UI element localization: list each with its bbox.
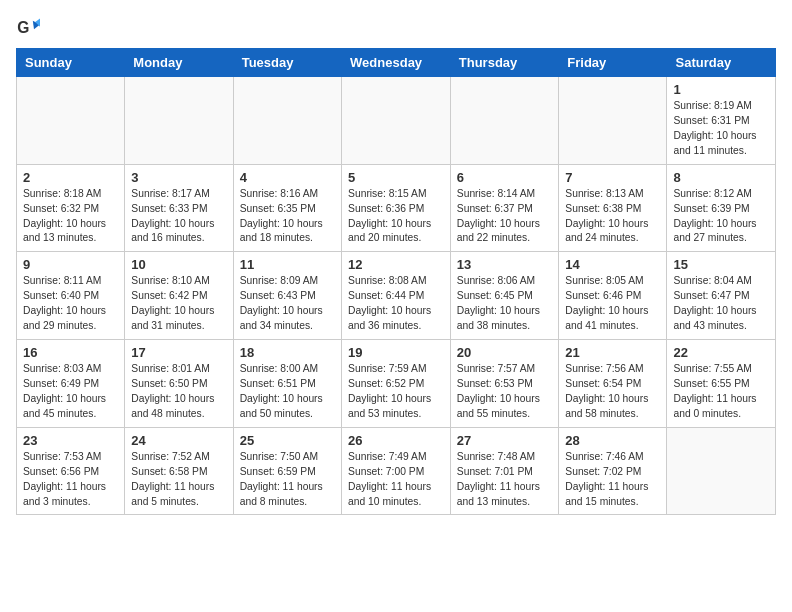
day-number: 10 [131,257,226,272]
day-info: Sunrise: 8:00 AM Sunset: 6:51 PM Dayligh… [240,362,335,422]
day-number: 6 [457,170,553,185]
calendar-week-row: 2Sunrise: 8:18 AM Sunset: 6:32 PM Daylig… [17,164,776,252]
day-info: Sunrise: 8:12 AM Sunset: 6:39 PM Dayligh… [673,187,769,247]
day-number: 26 [348,433,444,448]
day-number: 9 [23,257,118,272]
calendar-header-friday: Friday [559,49,667,77]
calendar-cell: 2Sunrise: 8:18 AM Sunset: 6:32 PM Daylig… [17,164,125,252]
day-number: 8 [673,170,769,185]
day-number: 16 [23,345,118,360]
day-info: Sunrise: 7:46 AM Sunset: 7:02 PM Dayligh… [565,450,660,510]
calendar-cell [342,77,451,165]
calendar-cell: 21Sunrise: 7:56 AM Sunset: 6:54 PM Dayli… [559,340,667,428]
day-number: 17 [131,345,226,360]
day-number: 23 [23,433,118,448]
calendar-cell: 23Sunrise: 7:53 AM Sunset: 6:56 PM Dayli… [17,427,125,515]
calendar-header-monday: Monday [125,49,233,77]
day-info: Sunrise: 7:59 AM Sunset: 6:52 PM Dayligh… [348,362,444,422]
day-number: 14 [565,257,660,272]
day-info: Sunrise: 7:56 AM Sunset: 6:54 PM Dayligh… [565,362,660,422]
day-info: Sunrise: 8:15 AM Sunset: 6:36 PM Dayligh… [348,187,444,247]
calendar-cell: 14Sunrise: 8:05 AM Sunset: 6:46 PM Dayli… [559,252,667,340]
day-info: Sunrise: 7:50 AM Sunset: 6:59 PM Dayligh… [240,450,335,510]
day-number: 12 [348,257,444,272]
day-info: Sunrise: 7:53 AM Sunset: 6:56 PM Dayligh… [23,450,118,510]
calendar-cell: 20Sunrise: 7:57 AM Sunset: 6:53 PM Dayli… [450,340,559,428]
calendar-cell: 7Sunrise: 8:13 AM Sunset: 6:38 PM Daylig… [559,164,667,252]
day-info: Sunrise: 7:55 AM Sunset: 6:55 PM Dayligh… [673,362,769,422]
day-info: Sunrise: 8:18 AM Sunset: 6:32 PM Dayligh… [23,187,118,247]
logo: G [16,16,42,40]
calendar-week-row: 23Sunrise: 7:53 AM Sunset: 6:56 PM Dayli… [17,427,776,515]
calendar-header-thursday: Thursday [450,49,559,77]
calendar-table: SundayMondayTuesdayWednesdayThursdayFrid… [16,48,776,515]
day-info: Sunrise: 8:11 AM Sunset: 6:40 PM Dayligh… [23,274,118,334]
calendar-header-row: SundayMondayTuesdayWednesdayThursdayFrid… [17,49,776,77]
calendar-header-sunday: Sunday [17,49,125,77]
day-number: 7 [565,170,660,185]
calendar-cell: 17Sunrise: 8:01 AM Sunset: 6:50 PM Dayli… [125,340,233,428]
day-number: 20 [457,345,553,360]
day-number: 25 [240,433,335,448]
page-header: G [16,16,776,40]
calendar-cell [233,77,341,165]
calendar-header-wednesday: Wednesday [342,49,451,77]
day-number: 2 [23,170,118,185]
logo-icon: G [16,16,40,40]
day-number: 28 [565,433,660,448]
calendar-cell: 26Sunrise: 7:49 AM Sunset: 7:00 PM Dayli… [342,427,451,515]
calendar-cell: 16Sunrise: 8:03 AM Sunset: 6:49 PM Dayli… [17,340,125,428]
calendar-cell: 3Sunrise: 8:17 AM Sunset: 6:33 PM Daylig… [125,164,233,252]
day-number: 11 [240,257,335,272]
day-number: 3 [131,170,226,185]
calendar-cell [559,77,667,165]
day-number: 21 [565,345,660,360]
calendar-cell [450,77,559,165]
calendar-cell: 19Sunrise: 7:59 AM Sunset: 6:52 PM Dayli… [342,340,451,428]
day-info: Sunrise: 8:13 AM Sunset: 6:38 PM Dayligh… [565,187,660,247]
day-info: Sunrise: 8:08 AM Sunset: 6:44 PM Dayligh… [348,274,444,334]
day-info: Sunrise: 8:05 AM Sunset: 6:46 PM Dayligh… [565,274,660,334]
day-info: Sunrise: 8:06 AM Sunset: 6:45 PM Dayligh… [457,274,553,334]
day-info: Sunrise: 8:16 AM Sunset: 6:35 PM Dayligh… [240,187,335,247]
day-number: 27 [457,433,553,448]
day-info: Sunrise: 8:10 AM Sunset: 6:42 PM Dayligh… [131,274,226,334]
calendar-cell: 25Sunrise: 7:50 AM Sunset: 6:59 PM Dayli… [233,427,341,515]
calendar-cell: 5Sunrise: 8:15 AM Sunset: 6:36 PM Daylig… [342,164,451,252]
calendar-cell: 9Sunrise: 8:11 AM Sunset: 6:40 PM Daylig… [17,252,125,340]
calendar-week-row: 1Sunrise: 8:19 AM Sunset: 6:31 PM Daylig… [17,77,776,165]
svg-text:G: G [17,19,29,36]
calendar-header-saturday: Saturday [667,49,776,77]
calendar-header-tuesday: Tuesday [233,49,341,77]
calendar-cell: 13Sunrise: 8:06 AM Sunset: 6:45 PM Dayli… [450,252,559,340]
calendar-week-row: 9Sunrise: 8:11 AM Sunset: 6:40 PM Daylig… [17,252,776,340]
day-info: Sunrise: 8:04 AM Sunset: 6:47 PM Dayligh… [673,274,769,334]
day-info: Sunrise: 7:52 AM Sunset: 6:58 PM Dayligh… [131,450,226,510]
calendar-cell: 1Sunrise: 8:19 AM Sunset: 6:31 PM Daylig… [667,77,776,165]
calendar-cell [667,427,776,515]
day-number: 22 [673,345,769,360]
day-number: 19 [348,345,444,360]
day-number: 5 [348,170,444,185]
day-number: 15 [673,257,769,272]
calendar-cell: 24Sunrise: 7:52 AM Sunset: 6:58 PM Dayli… [125,427,233,515]
day-info: Sunrise: 7:49 AM Sunset: 7:00 PM Dayligh… [348,450,444,510]
day-number: 4 [240,170,335,185]
calendar-cell: 4Sunrise: 8:16 AM Sunset: 6:35 PM Daylig… [233,164,341,252]
day-info: Sunrise: 8:17 AM Sunset: 6:33 PM Dayligh… [131,187,226,247]
day-number: 18 [240,345,335,360]
calendar-cell: 10Sunrise: 8:10 AM Sunset: 6:42 PM Dayli… [125,252,233,340]
calendar-cell: 27Sunrise: 7:48 AM Sunset: 7:01 PM Dayli… [450,427,559,515]
calendar-week-row: 16Sunrise: 8:03 AM Sunset: 6:49 PM Dayli… [17,340,776,428]
calendar-cell: 6Sunrise: 8:14 AM Sunset: 6:37 PM Daylig… [450,164,559,252]
day-number: 1 [673,82,769,97]
day-info: Sunrise: 8:09 AM Sunset: 6:43 PM Dayligh… [240,274,335,334]
day-info: Sunrise: 7:48 AM Sunset: 7:01 PM Dayligh… [457,450,553,510]
day-info: Sunrise: 8:19 AM Sunset: 6:31 PM Dayligh… [673,99,769,159]
calendar-cell [125,77,233,165]
calendar-cell: 8Sunrise: 8:12 AM Sunset: 6:39 PM Daylig… [667,164,776,252]
calendar-cell: 11Sunrise: 8:09 AM Sunset: 6:43 PM Dayli… [233,252,341,340]
calendar-cell: 18Sunrise: 8:00 AM Sunset: 6:51 PM Dayli… [233,340,341,428]
calendar-cell: 28Sunrise: 7:46 AM Sunset: 7:02 PM Dayli… [559,427,667,515]
day-info: Sunrise: 7:57 AM Sunset: 6:53 PM Dayligh… [457,362,553,422]
